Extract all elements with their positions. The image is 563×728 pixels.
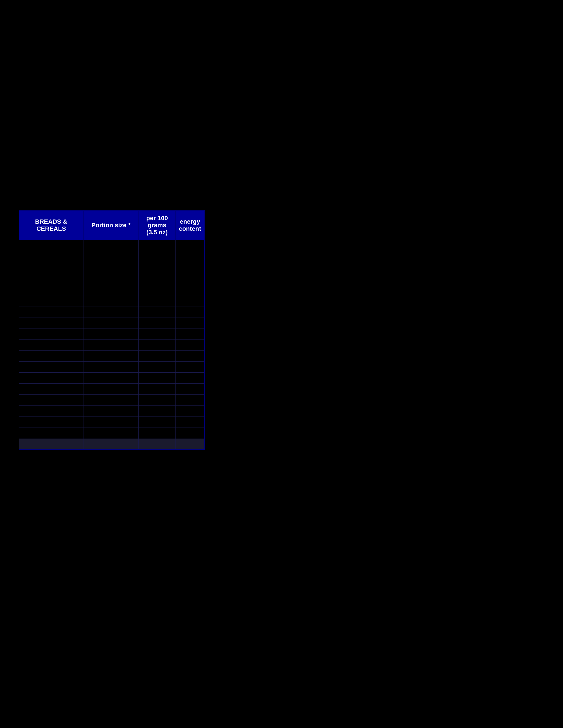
header-per-100g: per 100 grams (3.5 oz)	[139, 210, 175, 240]
table-cell-col3	[139, 439, 175, 450]
table-cell-col4	[175, 372, 204, 383]
table-cell-col3	[139, 273, 175, 284]
table-cell-col1	[19, 394, 83, 405]
table-cell-col4	[175, 439, 204, 450]
table-row	[19, 262, 204, 273]
breads-cereals-table: BREADS & CEREALS Portion size * per 100 …	[19, 210, 205, 450]
table-cell-col2	[83, 439, 139, 450]
table-cell-col4	[175, 428, 204, 439]
header-portion-size: Portion size *	[83, 210, 139, 240]
table-cell-col2	[83, 383, 139, 394]
table-cell-col1	[19, 361, 83, 372]
table-row	[19, 383, 204, 394]
table-cell-col2	[83, 339, 139, 350]
table-row	[19, 417, 204, 428]
table-cell-col1	[19, 262, 83, 273]
table-cell-col1	[19, 417, 83, 428]
table-cell-col3	[139, 372, 175, 383]
table-cell-col3	[139, 284, 175, 295]
table-cell-col4	[175, 240, 204, 251]
table-cell-col4	[175, 262, 204, 273]
table-cell-col2	[83, 394, 139, 405]
table-cell-col1	[19, 383, 83, 394]
table-cell-col1	[19, 317, 83, 328]
table-row	[19, 361, 204, 372]
table-row	[19, 251, 204, 262]
table-cell-col2	[83, 273, 139, 284]
table-cell-col4	[175, 417, 204, 428]
table-cell-col4	[175, 328, 204, 339]
table-cell-col1	[19, 284, 83, 295]
table-cell-col2	[83, 306, 139, 317]
table-cell-col2	[83, 350, 139, 361]
table-cell-col4	[175, 350, 204, 361]
table-cell-col3	[139, 251, 175, 262]
table-cell-col1	[19, 240, 83, 251]
table-cell-col1	[19, 372, 83, 383]
table-row	[19, 439, 204, 450]
table-cell-col2	[83, 361, 139, 372]
table-cell-col2	[83, 317, 139, 328]
table-row	[19, 405, 204, 417]
table-cell-col3	[139, 306, 175, 317]
table-cell-col4	[175, 306, 204, 317]
table-cell-col2	[83, 372, 139, 383]
table-cell-col2	[83, 262, 139, 273]
table-cell-col2	[83, 328, 139, 339]
table-cell-col4	[175, 361, 204, 372]
table-cell-col1	[19, 439, 83, 450]
table-row	[19, 284, 204, 295]
table-row	[19, 339, 204, 350]
table-cell-col3	[139, 428, 175, 439]
table-row	[19, 240, 204, 251]
table-cell-col1	[19, 405, 83, 417]
table-cell-col4	[175, 295, 204, 306]
table-cell-col2	[83, 428, 139, 439]
header-energy-content: energy content	[175, 210, 204, 240]
table-header-row: BREADS & CEREALS Portion size * per 100 …	[19, 210, 204, 240]
table-cell-col2	[83, 284, 139, 295]
table-cell-col3	[139, 317, 175, 328]
table-row	[19, 295, 204, 306]
table-cell-col4	[175, 405, 204, 417]
table-cell-col3	[139, 295, 175, 306]
table-cell-col4	[175, 284, 204, 295]
table-row	[19, 317, 204, 328]
table-cell-col2	[83, 240, 139, 251]
table-cell-col1	[19, 251, 83, 262]
table-cell-col2	[83, 417, 139, 428]
table-cell-col1	[19, 295, 83, 306]
table-row	[19, 306, 204, 317]
table-cell-col4	[175, 251, 204, 262]
table-cell-col3	[139, 328, 175, 339]
table-cell-col3	[139, 240, 175, 251]
table-cell-col3	[139, 361, 175, 372]
table-cell-col4	[175, 339, 204, 350]
table-cell-col3	[139, 383, 175, 394]
table-cell-col4	[175, 394, 204, 405]
table-cell-col1	[19, 350, 83, 361]
header-breads-cereals: BREADS & CEREALS	[19, 210, 83, 240]
table-row	[19, 428, 204, 439]
table-row	[19, 394, 204, 405]
table-cell-col4	[175, 317, 204, 328]
table-cell-col3	[139, 339, 175, 350]
table-cell-col3	[139, 417, 175, 428]
table-row	[19, 350, 204, 361]
table-cell-col4	[175, 273, 204, 284]
table-row	[19, 273, 204, 284]
table-cell-col3	[139, 350, 175, 361]
table-cell-col4	[175, 383, 204, 394]
table-cell-col2	[83, 405, 139, 417]
table-row	[19, 372, 204, 383]
table-cell-col3	[139, 262, 175, 273]
table-cell-col3	[139, 394, 175, 405]
table-cell-col1	[19, 428, 83, 439]
table-cell-col1	[19, 339, 83, 350]
table-cell-col1	[19, 306, 83, 317]
table-cell-col2	[83, 251, 139, 262]
table-row	[19, 328, 204, 339]
table-cell-col3	[139, 405, 175, 417]
table-cell-col1	[19, 273, 83, 284]
table-cell-col2	[83, 295, 139, 306]
